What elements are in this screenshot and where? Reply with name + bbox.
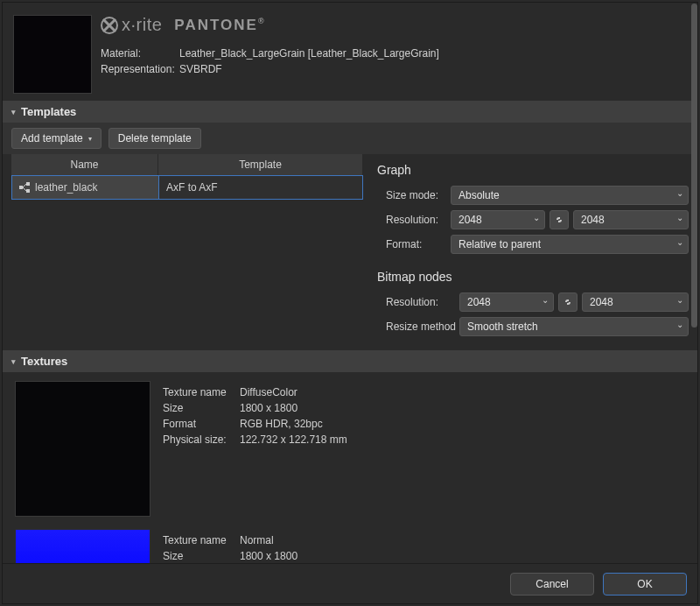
graph-res-width-select[interactable]: 2048 [451, 210, 545, 229]
texture-info: Texture nameNormal Size1800 x 1800 Forma… [163, 534, 347, 563]
svg-rect-2 [26, 182, 30, 186]
graph-resolution-row: Resolution: 2048 2048 [377, 210, 689, 229]
material-label: Material: [101, 47, 179, 60]
bitmap-res-width-select[interactable]: 2048 [459, 292, 554, 312]
representation-row: Representation: SVBRDF [101, 63, 689, 75]
texture-size: 1800 x 1800 [240, 402, 298, 414]
brand-row: x·rite PANTONE® [101, 15, 689, 35]
cell-name[interactable]: leather_black [12, 176, 159, 199]
texture-item: Texture nameDiffuseColor Size1800 x 1800… [15, 381, 685, 517]
format-row: Format: Relative to parent [377, 235, 689, 254]
table-header: Name Template [11, 154, 363, 175]
bitmap-title: Bitmap nodes [377, 270, 689, 284]
table-row[interactable]: leather_black AxF to AxF [11, 175, 363, 200]
xrite-logo: x·rite [101, 15, 162, 35]
format-select[interactable]: Relative to parent [451, 235, 689, 254]
svg-rect-3 [26, 189, 30, 193]
vertical-scrollbar[interactable] [691, 4, 697, 328]
bitmap-resolution-label: Resolution: [377, 296, 459, 308]
add-template-button[interactable]: Add template ▾ [11, 128, 102, 149]
size-mode-select[interactable]: Absolute [451, 186, 689, 205]
texture-phys: 122.732 x 122.718 mm [240, 433, 347, 446]
template-table: Name Template leather_black AxF to AxF [11, 154, 363, 342]
bitmap-resolution-row: Resolution: 2048 2048 [377, 292, 689, 312]
col-header-template[interactable]: Template [158, 154, 363, 175]
bitmap-res-link-button[interactable] [558, 292, 578, 312]
size-mode-row: Size mode: Absolute [377, 186, 689, 205]
ok-button[interactable]: OK [603, 573, 687, 595]
node-icon [19, 182, 30, 193]
scroll-area[interactable]: x·rite PANTONE® Material: Leather_Black_… [3, 3, 697, 563]
material-info: x·rite PANTONE® Material: Leather_Black_… [101, 15, 689, 94]
templates-section-header[interactable]: ▾ Templates [3, 101, 697, 123]
texture-format: RGB HDR, 32bpc [240, 418, 323, 430]
xrite-text: x·rite [122, 15, 162, 35]
bitmap-res-height-select[interactable]: 2048 [582, 292, 689, 312]
textures-title: Textures [21, 355, 67, 368]
texture-item: Texture nameNormal Size1800 x 1800 Forma… [15, 529, 685, 563]
cancel-button[interactable]: Cancel [510, 573, 594, 595]
textures-section-header[interactable]: ▾ Textures [3, 350, 697, 372]
material-dialog: x·rite PANTONE® Material: Leather_Black_… [2, 2, 698, 604]
xrite-mark-icon [101, 17, 118, 34]
texture-name: DiffuseColor [240, 386, 298, 398]
texture-thumbnail [15, 381, 150, 517]
svg-rect-1 [19, 186, 23, 189]
resize-method-select[interactable]: Smooth stretch [459, 317, 689, 336]
material-value: Leather_Black_LargeGrain [Leather_Black_… [179, 47, 439, 60]
material-name-row: Material: Leather_Black_LargeGrain [Leat… [101, 47, 689, 60]
link-icon [554, 215, 564, 225]
texture-info: Texture nameDiffuseColor Size1800 x 1800… [163, 386, 347, 517]
graph-res-height-select[interactable]: 2048 [573, 210, 689, 229]
representation-label: Representation: [101, 63, 179, 75]
pantone-logo: PANTONE® [174, 17, 265, 34]
graph-title: Graph [377, 163, 689, 177]
resize-method-row: Resize method Smooth stretch [377, 317, 689, 336]
texture-size: 1800 x 1800 [240, 550, 298, 562]
material-thumbnail [13, 15, 92, 94]
settings-panel: Graph Size mode: Absolute Resolution: 20… [377, 154, 689, 342]
col-header-name[interactable]: Name [11, 154, 158, 175]
textures-list: Texture nameDiffuseColor Size1800 x 1800… [3, 372, 697, 563]
resize-method-label: Resize method [377, 321, 459, 333]
size-mode-label: Size mode: [377, 189, 451, 201]
chevron-down-icon: ▾ [11, 108, 16, 116]
representation-value: SVBRDF [179, 63, 222, 75]
templates-toolbar: Add template ▾ Delete template [3, 123, 697, 154]
dialog-footer: Cancel OK [3, 563, 697, 603]
cell-template[interactable]: AxF to AxF [159, 176, 362, 199]
delete-template-button[interactable]: Delete template [108, 128, 201, 149]
graph-resolution-label: Resolution: [377, 214, 451, 226]
texture-thumbnail [15, 529, 150, 563]
chevron-down-icon: ▾ [88, 135, 92, 143]
templates-body: Name Template leather_black AxF to AxF G… [3, 154, 697, 350]
format-label: Format: [377, 238, 451, 250]
templates-title: Templates [21, 105, 76, 118]
link-icon [563, 297, 573, 307]
graph-res-link-button[interactable] [550, 210, 569, 229]
material-header: x·rite PANTONE® Material: Leather_Black_… [3, 3, 697, 101]
texture-name: Normal [240, 534, 274, 546]
chevron-down-icon: ▾ [11, 357, 16, 366]
